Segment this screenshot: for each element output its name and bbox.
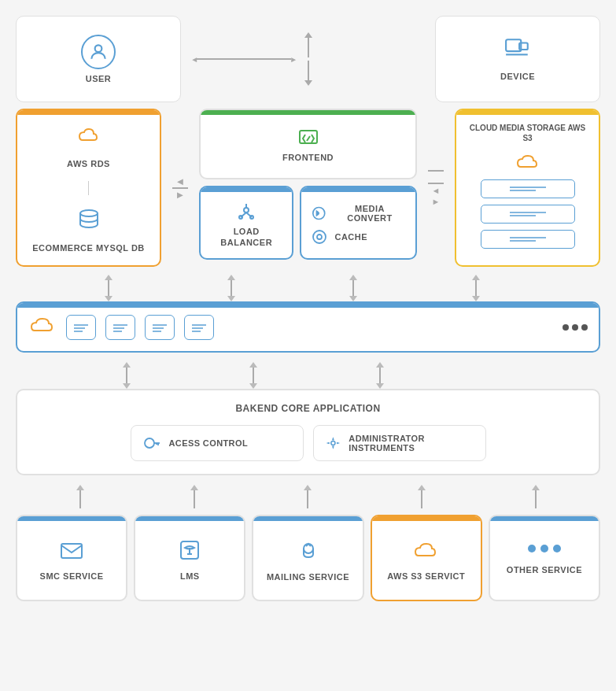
arr-wrap-4	[365, 483, 479, 510]
arr-wrap-2	[138, 483, 252, 510]
dot-1	[563, 324, 569, 331]
smc-blue-bar	[17, 516, 126, 521]
strip-blue-bar	[17, 303, 599, 308]
email-icon	[59, 538, 84, 562]
arr-wrap-3	[251, 483, 365, 510]
frontend-icon	[297, 128, 319, 149]
orange-top-bar	[17, 110, 160, 115]
arrow4	[475, 276, 477, 300]
arrow-b2	[253, 364, 254, 387]
lb-label: LOAD BALANCER	[207, 226, 286, 249]
aws-s3-label: AWS S3 SERVICT	[387, 571, 465, 581]
arrows-row1	[16, 272, 600, 301]
device-icon	[504, 38, 531, 67]
cache-icon	[311, 229, 328, 245]
other-label: OTHER SERVICE	[507, 565, 582, 575]
cloud-media-title: CLOUD MEDIA STORAGE AWS S3	[464, 123, 591, 143]
middle-column: FRONTEND LOAD BALANCER	[199, 109, 417, 267]
lb-blue-bar	[201, 187, 292, 192]
svg-point-7	[244, 208, 249, 212]
user-card: USER	[16, 16, 181, 102]
user-icon	[81, 35, 116, 69]
aws-rds-section	[76, 124, 101, 146]
svg-rect-38	[61, 544, 82, 558]
arrow-aws-mid: ◄ ►	[169, 109, 191, 267]
svg-point-37	[330, 442, 334, 445]
user-label: USER	[86, 74, 112, 83]
vert-arrow-bot	[308, 61, 309, 84]
access-control-btn[interactable]: ACESS CONTROL	[131, 425, 304, 461]
media-convert-label: MEDIA CONVERT	[334, 204, 406, 223]
access-control-label: ACESS CONTROL	[169, 438, 249, 448]
key-icon	[142, 434, 161, 452]
mail-blue-bar	[253, 516, 362, 521]
green-top-bar	[201, 110, 415, 115]
mailing-icon	[296, 538, 321, 562]
yellow-top-bar	[456, 110, 599, 115]
cache-label: CACHE	[334, 232, 367, 242]
other-service-card: OTHER SERVICE	[489, 515, 600, 601]
arrow-b3	[379, 364, 381, 387]
divider	[88, 181, 90, 195]
arrows-row2	[16, 359, 600, 389]
backend-core-card: BAKEND CORE APPLICATION ACESS CONTROL AD…	[16, 389, 600, 475]
media-cache-card: MEDIA CONVERT CACHE	[300, 186, 417, 260]
svg-point-0	[95, 45, 102, 52]
horizontal-arrow-line	[197, 58, 291, 60]
cloud-aws-icon	[515, 151, 541, 173]
device-card: DEVICE	[435, 16, 600, 102]
aws-rds-card: AWS RDS ECOMMERCE MYSQL DB	[16, 109, 161, 267]
arrow3	[352, 276, 354, 300]
lms-label: LMS	[180, 571, 200, 581]
admin-instruments-btn[interactable]: ADMINISTRATOR INSTRUMENTS	[313, 425, 486, 461]
svg-rect-5	[300, 131, 317, 143]
dashed-arrow-wrap: ◄ ►	[425, 109, 447, 267]
smc-label: SMC SERVICE	[40, 571, 104, 581]
load-balancer-card: LOAD BALANCER	[199, 186, 293, 260]
strip-icon-2	[105, 315, 135, 340]
arr-wrap-1	[24, 483, 138, 510]
cloud-media-items	[464, 151, 591, 249]
aws-rds-label: AWS RDS	[67, 159, 110, 168]
cloud-media-card: CLOUD MEDIA STORAGE AWS S3	[455, 109, 600, 267]
svg-point-40	[304, 544, 313, 553]
user-device-arrow	[181, 58, 308, 60]
smc-service-card: SMC SERVICE	[16, 515, 127, 601]
dot-2	[572, 324, 578, 331]
media-icon	[311, 205, 327, 221]
aws-orange-bar	[372, 516, 481, 521]
cache-item: CACHE	[311, 229, 406, 245]
bottom-services: SMC SERVICE LMS MAILING SERVICE	[16, 515, 600, 601]
lms-card: LMS	[134, 515, 245, 601]
media-convert-item: MEDIA CONVERT	[311, 204, 406, 223]
svg-point-4	[80, 210, 98, 216]
arrow-b1	[126, 364, 127, 387]
arrows-row3	[16, 482, 600, 512]
db-icon	[77, 208, 101, 230]
arrow2	[231, 276, 232, 300]
svg-point-14	[317, 235, 322, 239]
gear-icon	[325, 434, 341, 452]
strip-icon-3	[145, 315, 175, 340]
cloud-icon	[76, 124, 101, 146]
three-dots	[563, 324, 588, 331]
strip-icon-4	[184, 315, 214, 340]
lms-blue-bar	[135, 516, 244, 521]
arrow1	[108, 276, 109, 300]
svg-point-33	[145, 438, 154, 448]
lb-media-row: LOAD BALANCER MEDIA CONVERT	[199, 186, 417, 260]
strip-icon-1	[66, 315, 96, 340]
aws-cloud-icon	[412, 538, 441, 562]
vert-arrow-top	[308, 34, 309, 57]
device-arrow	[309, 58, 436, 60]
cloud-item-2	[481, 205, 575, 224]
backend-title: BAKEND CORE APPLICATION	[28, 403, 588, 414]
backend-buttons: ACESS CONTROL ADMINISTRATOR INSTRUMENTS	[28, 425, 588, 461]
cloud-strip-icon	[28, 313, 57, 342]
lms-icon	[177, 538, 202, 562]
admin-instruments-label: ADMINISTRATOR INSTRUMENTS	[349, 434, 474, 453]
frontend-card: FRONTEND	[199, 109, 417, 179]
mailing-label: MAILING SERVICE	[267, 571, 349, 582]
svg-point-13	[313, 231, 326, 243]
arr-wrap-5	[478, 483, 592, 510]
